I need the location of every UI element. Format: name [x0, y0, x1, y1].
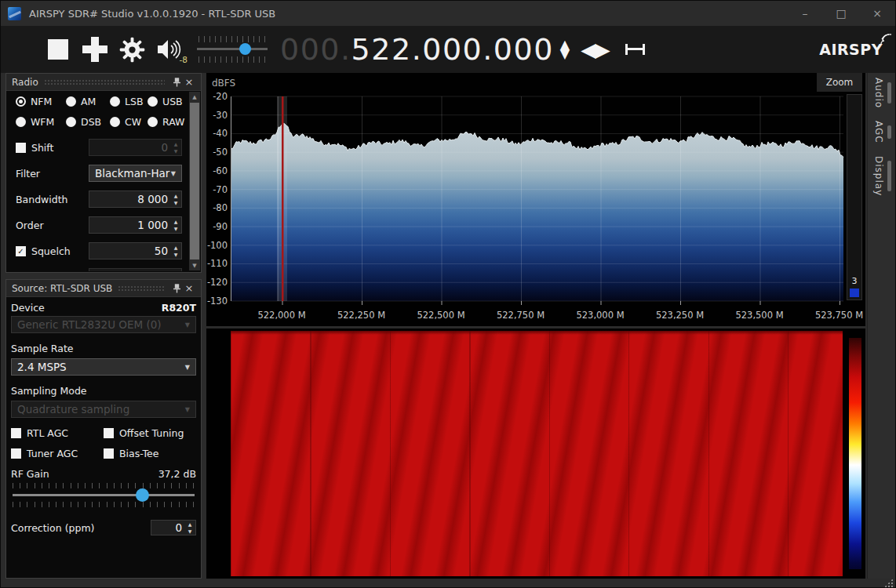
tab-agc[interactable]: AGC	[873, 121, 891, 143]
mode-row-1: NFM AM LSB USB	[16, 95, 182, 107]
squelch-checkbox[interactable]: ✓	[16, 246, 26, 256]
waterfall-color-scale	[849, 338, 861, 569]
close-button[interactable]: ×	[859, 1, 895, 26]
panel-close-icon[interactable]: ×	[183, 76, 195, 88]
cwshift-label: CW Shift	[16, 271, 57, 272]
step-left-icon[interactable]: ◀	[581, 38, 595, 61]
tuner-agc-checkbox[interactable]: Tuner AGC	[11, 448, 104, 459]
maximize-button[interactable]: □	[823, 1, 859, 26]
squelch-input[interactable]: 50 ▲▼	[89, 242, 182, 260]
spin-down-icon[interactable]: ▼	[174, 226, 178, 231]
filter-select[interactable]: Blackman-Har ▼	[89, 165, 182, 182]
add-icon[interactable]	[82, 37, 107, 62]
radio-mode-usb[interactable]: USB	[148, 95, 183, 107]
slider-track	[11, 488, 196, 502]
cwshift-input[interactable]: 1 000 ▲▼	[89, 268, 182, 271]
spin-up-icon[interactable]: ▲	[188, 521, 192, 527]
frequency-main-digits[interactable]: 522.000.000	[351, 32, 554, 67]
frequency-down-icon[interactable]: ▼	[560, 49, 570, 59]
bandwidth-input[interactable]: 8 000 ▲▼	[89, 191, 182, 208]
spin-down-icon[interactable]: ▼	[174, 252, 178, 257]
spin-up-icon[interactable]: ▲	[174, 219, 178, 224]
radio-mode-wfm[interactable]: WFM	[16, 115, 66, 128]
radio-mode-am[interactable]: AM	[66, 95, 110, 107]
rf-gain-label: RF Gain	[11, 468, 49, 480]
device-value: R820T	[162, 302, 196, 314]
rtl-agc-checkbox[interactable]: RTL AGC	[11, 427, 104, 439]
settings-gear-icon[interactable]	[119, 37, 145, 63]
step-right-icon[interactable]: ▶	[595, 38, 609, 61]
scrollbar-thumb[interactable]	[190, 103, 199, 260]
zoom-slider-thumb[interactable]	[850, 289, 859, 297]
slider-ticks	[13, 483, 195, 488]
panel-grip-texture	[44, 79, 165, 85]
radio-mode-dsb[interactable]: DSB	[66, 115, 110, 128]
radio-mode-lsb[interactable]: LSB	[110, 95, 148, 107]
radio-waves-icon	[880, 33, 892, 45]
frequency-ghz-digits[interactable]: 000.	[280, 32, 351, 67]
zoom-slider[interactable]: 3	[847, 94, 862, 300]
checkbox-icon[interactable]	[11, 428, 21, 438]
sample-rate-select[interactable]: 2.4 MSPS ▼	[11, 358, 196, 376]
slider-line	[13, 494, 195, 496]
sampling-mode-label: Sampling Mode	[11, 385, 196, 397]
minimize-button[interactable]: –	[787, 1, 823, 26]
sampling-mode-select[interactable]: Quadrature sampling ▼	[11, 401, 196, 418]
correction-input[interactable]: 0 ▲▼	[151, 520, 196, 535]
order-input[interactable]: 1 000 ▲▼	[89, 216, 182, 234]
source-checkbox-grid: RTL AGC Offset Tuning Tuner AGC Bias-Tee	[11, 427, 196, 459]
shift-input[interactable]: 0 ▲▼	[89, 139, 182, 156]
radio-icon[interactable]	[148, 96, 158, 107]
panel-close-icon[interactable]: ×	[183, 282, 195, 294]
spin-down-icon[interactable]: ▼	[174, 200, 178, 205]
tab-audio[interactable]: Audio	[873, 78, 891, 108]
radio-mode-nfm[interactable]: NFM	[16, 95, 66, 107]
bias-tee-checkbox[interactable]: Bias-Tee	[104, 448, 196, 459]
spin-up-icon[interactable]: ▲	[174, 193, 178, 198]
speaker-icon[interactable]: -8	[156, 38, 183, 61]
spin-up-icon[interactable]: ▲	[174, 141, 178, 147]
spin-down-icon[interactable]: ▼	[174, 148, 178, 154]
checkbox-icon[interactable]	[104, 428, 114, 438]
radio-mode-cw[interactable]: CW	[110, 115, 148, 128]
mode-row-2: WFM DSB CW RAW	[16, 115, 182, 128]
checkbox-icon[interactable]	[11, 448, 21, 459]
volume-slider-thumb[interactable]	[239, 43, 251, 55]
volume-slider[interactable]	[197, 35, 268, 64]
radio-icon[interactable]	[66, 96, 76, 107]
spin-up-icon[interactable]: ▲	[174, 245, 178, 250]
radio-icon[interactable]	[110, 117, 120, 127]
stop-button[interactable]	[48, 39, 68, 60]
spectrum-plot[interactable]	[231, 96, 843, 301]
shift-checkbox[interactable]	[16, 143, 26, 153]
device-row: Device R820T	[11, 302, 196, 314]
radio-panel-scrollbar[interactable]: ▲ ▼	[189, 92, 200, 270]
tab-display[interactable]: Display	[873, 156, 891, 196]
scroll-down-icon[interactable]: ▼	[192, 260, 196, 270]
checkbox-icon[interactable]	[104, 448, 114, 459]
radio-icon[interactable]	[148, 117, 158, 127]
resize-grip[interactable]	[884, 579, 893, 587]
rf-gain-slider[interactable]	[11, 483, 196, 507]
radio-mode-raw[interactable]: RAW	[148, 115, 184, 128]
rf-gain-slider-thumb[interactable]	[136, 488, 149, 502]
sample-rate-label: Sample Rate	[11, 343, 196, 354]
radio-icon[interactable]	[110, 96, 120, 107]
radio-selected-icon[interactable]	[16, 96, 26, 107]
device-select[interactable]: Generic RTL2832U OEM (0) ▼	[11, 316, 196, 333]
scroll-up-icon[interactable]: ▲	[192, 92, 196, 102]
zoom-tab[interactable]: Zoom	[817, 73, 862, 92]
pin-icon[interactable]	[170, 284, 183, 293]
snap-to-grid-icon[interactable]	[625, 44, 645, 55]
menu-icon[interactable]	[11, 42, 33, 57]
frequency-display[interactable]: 000.522.000.000	[280, 34, 554, 64]
radio-icon[interactable]	[16, 117, 26, 127]
pin-icon[interactable]	[170, 78, 183, 87]
combo-arrow-icon: ▼	[185, 321, 190, 328]
offset-tuning-checkbox[interactable]: Offset Tuning	[104, 427, 196, 439]
waterfall-display[interactable]	[231, 331, 843, 576]
radio-icon[interactable]	[66, 117, 76, 127]
frequency-axis-labels: 522,000 M 522,250 M 522,500 M 522,750 M …	[231, 310, 843, 322]
spin-down-icon[interactable]: ▼	[188, 528, 192, 534]
spin-up-icon[interactable]: ▲	[174, 270, 178, 271]
